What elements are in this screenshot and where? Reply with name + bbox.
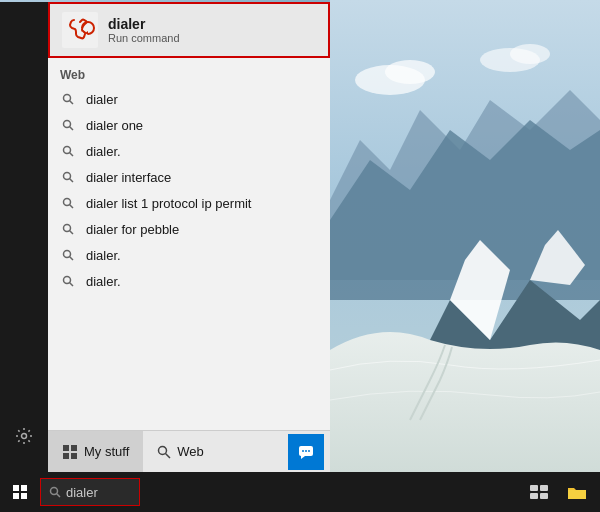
svg-rect-26 [63,453,69,459]
search-results-list: dialer dialer one dialer. [48,86,330,294]
svg-rect-35 [13,485,19,491]
svg-point-5 [22,434,27,439]
svg-point-8 [64,95,71,102]
svg-point-34 [308,450,310,452]
svg-point-22 [64,277,71,284]
chat-icon [298,444,314,460]
svg-line-17 [70,205,74,209]
my-stuff-label: My stuff [84,444,129,459]
svg-marker-31 [301,456,305,459]
svg-point-2 [385,60,435,84]
svg-point-12 [64,147,71,154]
web-section-label: Web [48,58,330,86]
search-result-item[interactable]: dialer. [48,138,330,164]
svg-line-13 [70,153,74,157]
svg-rect-27 [71,453,77,459]
result-search-icon [60,117,76,133]
svg-point-20 [64,251,71,258]
svg-line-15 [70,179,74,183]
svg-rect-42 [540,485,548,491]
web-tab[interactable]: Web [143,431,218,472]
start-windows-icon [12,484,28,500]
result-search-icon [60,273,76,289]
svg-point-18 [64,225,71,232]
result-search-icon [60,169,76,185]
svg-point-4 [510,44,550,64]
svg-line-29 [166,453,171,458]
task-view-icon [530,485,548,499]
result-search-icon [60,143,76,159]
svg-point-28 [159,446,167,454]
web-tab-label: Web [177,444,204,459]
result-text: dialer. [86,274,121,289]
svg-line-21 [70,257,74,261]
search-result-item[interactable]: dialer. [48,242,330,268]
search-result-item[interactable]: dialer for pebble [48,216,330,242]
search-bottom-bar: My stuff Web [48,430,330,472]
svg-point-33 [305,450,307,452]
svg-rect-25 [71,445,77,451]
svg-rect-36 [21,485,27,491]
svg-rect-38 [21,493,27,499]
taskbar-search-icon [49,486,61,498]
svg-point-14 [64,173,71,180]
result-text: dialer [86,92,118,107]
top-result-app-icon [62,12,98,48]
search-result-item[interactable]: dialer. [48,268,330,294]
svg-rect-44 [540,493,548,499]
svg-line-9 [70,101,74,105]
settings-sidebar-icon[interactable] [4,416,44,456]
result-text: dialer for pebble [86,222,179,237]
svg-line-11 [70,127,74,131]
search-panel: dialer Run command Web dialer dialer one [48,2,330,472]
result-search-icon [60,247,76,263]
taskbar-search-text: dialer [66,485,98,500]
top-result-item[interactable]: dialer Run command [48,2,330,58]
windows-icon [62,444,78,460]
result-search-icon [60,221,76,237]
result-text: dialer. [86,144,121,159]
top-result-subtitle: Run command [108,32,180,44]
search-result-item[interactable]: dialer interface [48,164,330,190]
file-explorer-icon [567,484,587,500]
svg-rect-24 [63,445,69,451]
desktop-wallpaper [330,0,600,472]
result-text: dialer. [86,248,121,263]
svg-line-40 [57,494,61,498]
top-result-title: dialer [108,16,180,32]
svg-line-19 [70,231,74,235]
search-result-item[interactable]: dialer [48,86,330,112]
result-search-icon [60,91,76,107]
svg-rect-43 [530,493,538,499]
start-button[interactable] [0,472,40,512]
result-text: dialer list 1 protocol ip permit [86,196,251,211]
web-search-icon [157,445,171,459]
my-stuff-tab[interactable]: My stuff [48,431,143,472]
svg-rect-37 [13,493,19,499]
result-text: dialer interface [86,170,171,185]
svg-rect-41 [530,485,538,491]
svg-point-32 [302,450,304,452]
start-menu-sidebar [0,2,48,472]
file-explorer-button[interactable] [562,477,592,507]
svg-point-39 [51,488,58,495]
svg-line-23 [70,283,74,287]
feedback-button[interactable] [288,434,324,470]
result-text: dialer one [86,118,143,133]
taskbar: dialer [0,472,600,512]
top-result-text-block: dialer Run command [108,16,180,44]
result-search-icon [60,195,76,211]
task-view-button[interactable] [524,477,554,507]
taskbar-right-section [524,477,600,507]
search-result-item[interactable]: dialer one [48,112,330,138]
svg-point-16 [64,199,71,206]
taskbar-search-box[interactable]: dialer [40,478,140,506]
search-result-item[interactable]: dialer list 1 protocol ip permit [48,190,330,216]
svg-point-10 [64,121,71,128]
